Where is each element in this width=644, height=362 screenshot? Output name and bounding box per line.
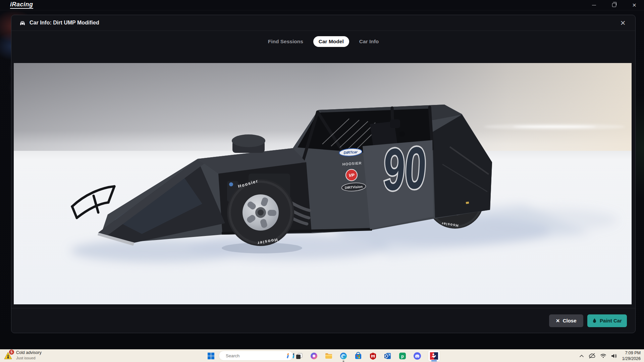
clock-date: 1/29/2026 <box>622 356 641 361</box>
decal-vp: VP <box>348 173 355 178</box>
dialog-title-wrap: Car Info: Dirt UMP Modified <box>19 19 99 26</box>
file-explorer-icon[interactable] <box>325 352 333 360</box>
tab-car-model[interactable]: Car Model <box>313 36 349 47</box>
iracing-tile-icon <box>430 352 438 360</box>
hidden-icons-chevron[interactable] <box>579 354 584 358</box>
weather-title: Cold advisory <box>16 350 42 356</box>
lens-flare <box>484 124 625 130</box>
search-input[interactable] <box>225 353 285 359</box>
minimize-icon <box>592 5 596 5</box>
volume-icon[interactable] <box>611 353 618 359</box>
weather-widget[interactable]: 5 Cold advisory Just issued <box>3 350 42 360</box>
dialog-tabs: Find Sessions Car Model Car Info <box>11 31 635 53</box>
wifi-icon[interactable] <box>600 353 606 358</box>
discord-icon[interactable] <box>413 352 421 360</box>
close-x-icon: × <box>556 317 560 324</box>
restore-icon <box>612 3 616 7</box>
tab-car-info[interactable]: Car Info <box>358 36 380 47</box>
close-window-button[interactable]: × <box>629 0 640 10</box>
edge-icon[interactable] <box>339 352 347 360</box>
restore-button[interactable] <box>608 0 620 10</box>
car-model-viewer[interactable]: Hoosier Hoosier <box>14 63 632 304</box>
windows-logo-icon <box>207 352 215 360</box>
onedrive-offline-icon[interactable] <box>588 353 596 359</box>
start-button[interactable] <box>207 352 215 360</box>
car-number: 90 <box>381 134 428 203</box>
paint-drop-icon <box>592 318 597 323</box>
weather-subtitle: Just issued <box>16 356 42 360</box>
car-icon <box>19 19 26 26</box>
dialog-footer: × Close Paint Car <box>11 308 635 333</box>
close-button[interactable]: × Close <box>549 314 583 327</box>
taskbar: 5 Cold advisory Just issued <box>0 349 644 362</box>
minimize-button[interactable] <box>588 0 600 10</box>
mcafee-icon[interactable] <box>369 352 377 360</box>
svg-text:p: p <box>401 354 404 359</box>
screen: iRacing × Car Info: Dirt UMP Modified × … <box>0 0 644 362</box>
weather-badge: 5 <box>9 350 14 355</box>
tab-find-sessions[interactable]: Find Sessions <box>267 36 305 47</box>
dialog-title: Car Info: Dirt UMP Modified <box>30 20 99 26</box>
system-tray: 7:09 PM 1/29/2026 <box>579 350 641 362</box>
outlook-icon[interactable] <box>384 352 392 360</box>
paint-car-button[interactable]: Paint Car <box>587 314 627 327</box>
task-view-icon[interactable] <box>295 352 303 360</box>
app-titlebar: iRacing × <box>0 0 644 10</box>
iracing-app-icon[interactable] <box>428 350 440 361</box>
close-button-label: Close <box>563 318 577 323</box>
search-box[interactable] <box>219 351 293 361</box>
dialog-header: Car Info: Dirt UMP Modified × <box>11 15 635 31</box>
copilot-icon[interactable] <box>310 352 318 360</box>
taskbar-apps: p <box>295 350 440 362</box>
paint-button-label: Paint Car <box>600 318 622 323</box>
microsoft-store-icon[interactable] <box>354 352 362 360</box>
close-icon: × <box>632 2 636 8</box>
planner-icon[interactable]: p <box>398 352 407 360</box>
clock-time: 7:09 PM <box>622 350 641 356</box>
iracing-active-indicator <box>431 360 437 361</box>
car-info-dialog: Car Info: Dirt UMP Modified × Find Sessi… <box>11 15 636 333</box>
car-render: Hoosier Hoosier <box>14 63 632 304</box>
weather-alert-icon: 5 <box>3 350 13 360</box>
window-controls: × <box>588 0 640 10</box>
taskbar-clock[interactable]: 7:09 PM 1/29/2026 <box>622 350 641 361</box>
dialog-close-button[interactable]: × <box>616 16 629 29</box>
iracing-logo: iRacing <box>10 1 33 9</box>
edge-running-indicator <box>343 361 344 362</box>
